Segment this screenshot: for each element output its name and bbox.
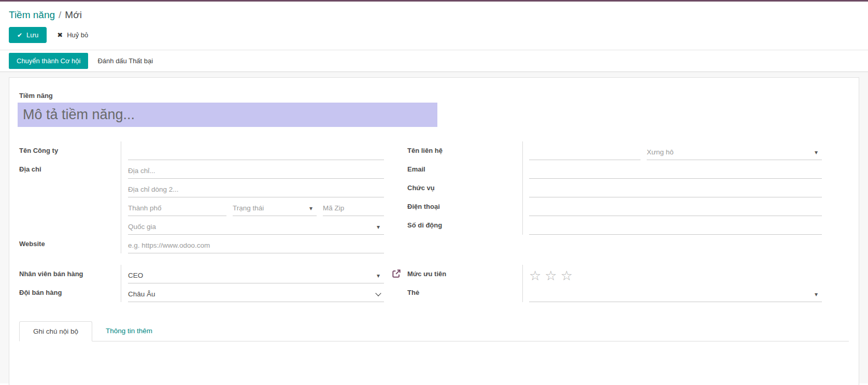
mobile-row: Số di động [407, 216, 822, 235]
company-row: Tên Công ty [19, 141, 384, 160]
priority-stars: ☆ ☆ ☆ [529, 269, 573, 283]
mobile-label: Số di động [407, 216, 523, 235]
country-row: Quốc gia ▾ [19, 216, 384, 235]
country-field[interactable]: Quốc gia ▾ [128, 219, 384, 235]
caret-down-icon: ▾ [375, 224, 384, 230]
website-input[interactable] [128, 237, 384, 253]
breadcrumb: Tiềm năng/Mới [9, 8, 859, 22]
phone-row: Điện thoại [407, 197, 822, 216]
contact-name-input[interactable] [529, 144, 641, 160]
sales-team-label: Đội bán hàng [19, 283, 121, 302]
state-field[interactable]: Trạng thái ▾ [233, 200, 317, 216]
caret-down-icon: ▾ [307, 205, 317, 211]
email-label: Email [407, 160, 523, 179]
tags-row: Thẻ ▾ [407, 283, 822, 302]
address-label: Địa chỉ [19, 160, 121, 179]
address-label-spacer [19, 216, 121, 235]
salesperson-row: Nhân viên bán hàng CEO ▾ [19, 265, 384, 283]
priority-label: Mức ưu tiên [407, 265, 523, 283]
job-row: Chức vụ [407, 179, 822, 197]
star-icon[interactable]: ☆ [545, 269, 557, 282]
website-row: Website [19, 235, 384, 253]
address-line2-row [19, 179, 384, 197]
city-input[interactable] [128, 200, 226, 216]
email-row: Email [407, 160, 822, 179]
breadcrumb-parent-link[interactable]: Tiềm năng [9, 9, 55, 20]
control-panel: Tiềm năng/Mới ✔ Lưu ✖ Huỷ bỏ [0, 2, 868, 50]
chevron-down-icon [375, 290, 381, 296]
caret-down-icon: ▾ [813, 291, 822, 297]
company-input[interactable] [128, 144, 384, 160]
salesperson-field[interactable]: CEO ▾ [128, 267, 384, 283]
mobile-input[interactable] [529, 219, 822, 235]
address-label-spacer [19, 179, 121, 197]
address-line2-input[interactable] [128, 181, 384, 197]
caret-down-icon: ▾ [813, 149, 822, 155]
state-placeholder: Trạng thái [233, 204, 264, 212]
lead-title-input[interactable]: Mô tả tiềm năng... [19, 103, 849, 127]
check-icon: ✔ [17, 32, 22, 38]
statusbar: Chuyển thành Cơ hội Đánh dấu Thất bại [0, 50, 868, 72]
discard-button-label: Huỷ bỏ [67, 31, 88, 39]
priority-row: Mức ưu tiên ☆ ☆ ☆ [407, 265, 822, 283]
breadcrumb-current: Mới [65, 9, 82, 20]
save-button-label: Lưu [26, 31, 38, 39]
phone-input[interactable] [529, 200, 822, 216]
form-sheet: Tiềm năng Mô tả tiềm năng... Tên Công ty… [9, 77, 859, 385]
salutation-field[interactable]: Xưng hô ▾ [647, 144, 822, 160]
website-label: Website [19, 235, 121, 253]
tags-field[interactable]: ▾ [529, 286, 822, 302]
lead-title-selected-placeholder: Mô tả tiềm năng... [18, 103, 437, 127]
notebook-tabs: Ghi chú nội bộ Thông tin thêm [19, 321, 849, 341]
breadcrumb-separator: / [55, 9, 65, 20]
city-state-zip-row: Trạng thái ▾ [19, 197, 384, 216]
salesperson-value: CEO [128, 272, 143, 279]
job-title-label: Chức vụ [407, 179, 523, 197]
times-icon: ✖ [57, 32, 63, 38]
lead-title-label: Tiềm năng [19, 92, 849, 99]
external-link-icon[interactable] [391, 268, 402, 279]
contact-group: Tên liên hệ Xưng hô ▾ Email Chức vụ [407, 141, 822, 253]
star-icon[interactable]: ☆ [561, 269, 573, 282]
salutation-placeholder: Xưng hô [647, 148, 674, 156]
sales-team-row: Đội bán hàng Châu Âu [19, 283, 384, 302]
mark-lost-button[interactable]: Đánh dấu Thất bại [90, 53, 160, 68]
save-button[interactable]: ✔ Lưu [9, 27, 47, 43]
control-panel-buttons: ✔ Lưu ✖ Huỷ bỏ [9, 27, 859, 43]
contact-name-label: Tên liên hệ [407, 141, 523, 160]
caret-down-icon: ▾ [375, 273, 384, 279]
top-field-groups: Tên Công ty Địa chỉ Trạng thái [19, 141, 849, 253]
tags-label: Thẻ [407, 283, 523, 302]
zip-input[interactable] [323, 200, 384, 216]
address-line1-row: Địa chỉ [19, 160, 384, 179]
sales-field-groups: Nhân viên bán hàng CEO ▾ Đội bán hàng Ch… [19, 265, 849, 302]
internal-notes-content[interactable] [19, 341, 849, 385]
sales-team-select[interactable]: Châu Âu [128, 286, 384, 302]
phone-label: Điện thoại [407, 197, 523, 216]
form-view: Tiềm năng Mô tả tiềm năng... Tên Công ty… [0, 72, 868, 383]
sales-team-group: Nhân viên bán hàng CEO ▾ Đội bán hàng Ch… [19, 265, 384, 302]
contact-name-row: Tên liên hệ Xưng hô ▾ [407, 141, 822, 160]
company-label: Tên Công ty [19, 141, 121, 160]
tab-internal-notes[interactable]: Ghi chú nội bộ [19, 321, 92, 341]
country-placeholder: Quốc gia [128, 223, 156, 231]
salesperson-label: Nhân viên bán hàng [19, 265, 121, 283]
priority-tags-group: Mức ưu tiên ☆ ☆ ☆ Thẻ [407, 265, 822, 302]
lead-title-block: Tiềm năng Mô tả tiềm năng... [19, 92, 849, 127]
company-address-group: Tên Công ty Địa chỉ Trạng thái [19, 141, 384, 253]
address-line1-input[interactable] [128, 163, 384, 179]
tab-extra-info[interactable]: Thông tin thêm [92, 321, 166, 341]
address-label-spacer [19, 197, 121, 216]
email-input[interactable] [529, 163, 822, 179]
discard-button[interactable]: ✖ Huỷ bỏ [52, 27, 93, 42]
job-title-input[interactable] [529, 181, 822, 197]
convert-to-opportunity-button[interactable]: Chuyển thành Cơ hội [9, 53, 88, 69]
star-icon[interactable]: ☆ [529, 269, 541, 282]
sales-team-value: Châu Âu [128, 290, 155, 298]
